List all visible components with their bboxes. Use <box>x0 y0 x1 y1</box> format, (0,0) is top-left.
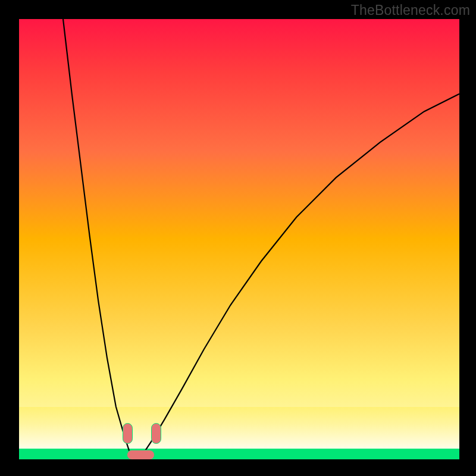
bottleneck-curve <box>19 19 459 459</box>
marker-bottom <box>127 450 154 459</box>
chart-frame: TheBottleneck.com <box>0 0 476 476</box>
marker-right <box>151 423 161 444</box>
plot-area <box>19 19 459 459</box>
marker-left <box>123 423 133 444</box>
watermark-label: TheBottleneck.com <box>351 2 470 18</box>
